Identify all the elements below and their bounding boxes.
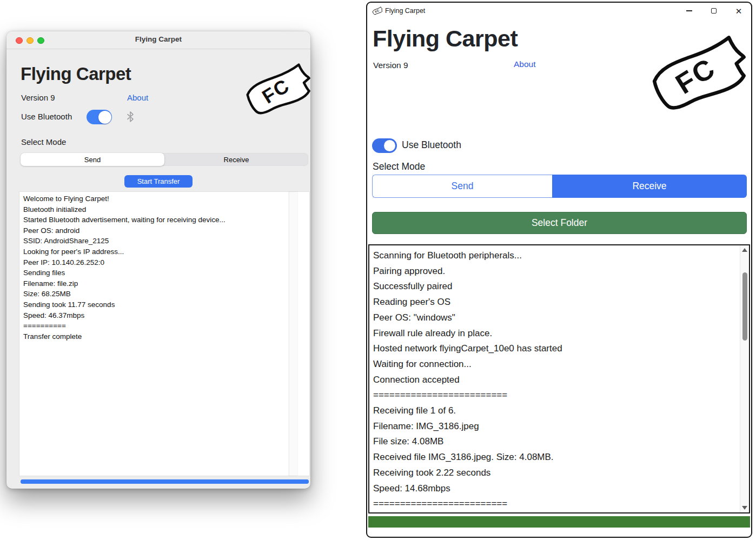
select-mode-label: Select Mode — [373, 161, 425, 172]
maximize-icon — [711, 8, 717, 14]
bluetooth-label: Use Bluetooth — [21, 112, 72, 121]
tab-receive[interactable]: Receive — [164, 153, 308, 166]
toggle-knob — [98, 111, 111, 124]
mac-titlebar[interactable]: Flying Carpet — [6, 31, 310, 49]
tab-send[interactable]: Send — [372, 175, 552, 198]
version-label: Version 9 — [21, 93, 55, 102]
minimize-button[interactable] — [677, 3, 701, 19]
minimize-icon — [686, 10, 692, 11]
start-transfer-button[interactable]: Start Transfer — [124, 175, 193, 188]
bluetooth-label: Use Bluetooth — [402, 139, 461, 151]
progress-bar — [368, 516, 750, 528]
fc-carpet-logo: FC — [648, 31, 749, 122]
log-scrollbar[interactable] — [740, 245, 749, 512]
close-icon: ✕ — [735, 7, 742, 15]
progress-bar-fill — [21, 479, 309, 484]
close-button[interactable]: ✕ — [726, 3, 751, 19]
log-scrollbar[interactable] — [289, 192, 297, 476]
fc-carpet-icon: FC — [372, 6, 383, 16]
transfer-log[interactable]: Welcome to Flying Carpet! Bluetooth init… — [19, 192, 309, 476]
progress-bar — [21, 479, 309, 484]
select-mode-label: Select Mode — [21, 137, 66, 146]
win-titlebar[interactable]: FC Flying Carpet ✕ — [367, 3, 751, 19]
tab-send[interactable]: Send — [21, 153, 164, 166]
window-title: Flying Carpet — [385, 7, 425, 15]
app-heading: Flying Carpet — [373, 25, 518, 52]
tab-receive[interactable]: Receive — [552, 175, 747, 198]
windows-window: FC Flying Carpet ✕ Flying Carpet Version… — [366, 2, 752, 538]
scrollbar-thumb[interactable] — [742, 272, 747, 341]
mac-window: Flying Carpet Flying Carpet FC Version 9… — [6, 31, 310, 489]
mode-button-group: Send Receive — [372, 175, 747, 198]
app-heading: Flying Carpet — [21, 64, 131, 84]
window-title: Flying Carpet — [6, 35, 310, 43]
version-label: Version 9 — [373, 61, 408, 70]
bluetooth-toggle[interactable] — [87, 110, 112, 124]
about-link[interactable]: About — [127, 93, 148, 102]
toggle-knob — [384, 140, 395, 151]
transfer-log[interactable]: Scanning for Bluetooth peripherals... Pa… — [368, 244, 750, 513]
bluetooth-toggle[interactable] — [372, 138, 397, 153]
mode-segmented-control: Send Receive — [21, 153, 308, 166]
fc-carpet-logo: FC — [243, 61, 313, 122]
scroll-down-icon[interactable] — [742, 506, 747, 510]
select-folder-button[interactable]: Select Folder — [372, 212, 747, 234]
maximize-button[interactable] — [701, 3, 726, 19]
progress-bar-fill — [368, 516, 750, 528]
about-link[interactable]: About — [514, 59, 536, 69]
bluetooth-icon — [126, 111, 135, 122]
screenshot-stage: Flying Carpet Flying Carpet FC Version 9… — [0, 0, 756, 547]
scroll-up-icon[interactable] — [742, 248, 747, 252]
